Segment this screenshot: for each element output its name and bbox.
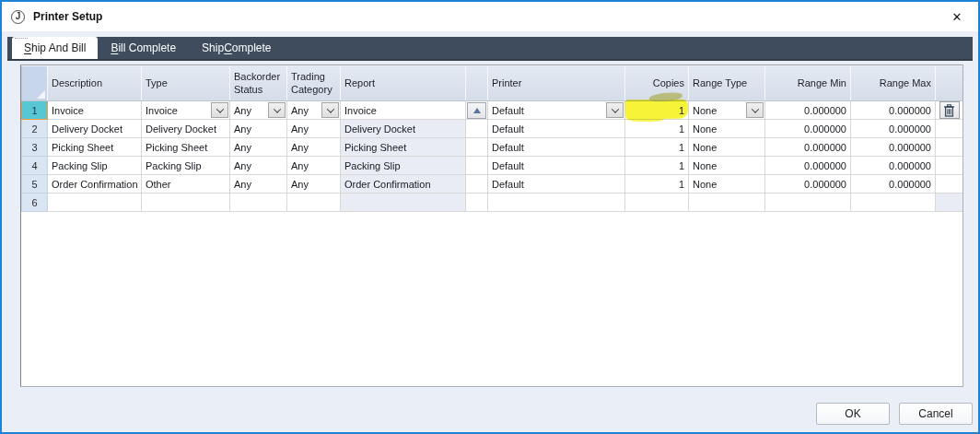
- cell-report[interactable]: Picking Sheet: [341, 138, 466, 157]
- cell-type[interactable]: Delivery Docket: [142, 120, 230, 138]
- col-header-range-max[interactable]: Range Max: [851, 66, 936, 101]
- cell-printer[interactable]: Default: [488, 157, 625, 175]
- cell-printer[interactable]: [488, 194, 625, 212]
- cell-description[interactable]: Order Confirmation: [48, 175, 142, 194]
- col-header-range-min[interactable]: Range Min: [765, 66, 851, 101]
- cell-type[interactable]: Picking Sheet: [142, 138, 230, 157]
- cell-range-type[interactable]: None: [689, 101, 765, 120]
- cell-trading-category[interactable]: [287, 194, 341, 212]
- cell-printer-value: Default: [492, 105, 524, 116]
- cell-range-type[interactable]: None: [689, 120, 765, 138]
- cell-printer[interactable]: Default: [488, 138, 625, 157]
- cell-type[interactable]: Other: [142, 175, 230, 194]
- chevron-down-icon[interactable]: [211, 102, 228, 118]
- col-header-printer[interactable]: Printer: [488, 66, 625, 101]
- cell-backorder-status[interactable]: Any: [230, 157, 287, 175]
- table-row: 4 Packing Slip Packing Slip Any Any Pack…: [22, 157, 963, 175]
- table-row: 1 Invoice Invoice Any Any Invoice Defaul…: [22, 101, 963, 120]
- select-all-header[interactable]: [22, 66, 48, 101]
- cell-description[interactable]: Packing Slip: [48, 157, 142, 175]
- cell-type[interactable]: Packing Slip: [142, 157, 230, 175]
- cell-range-max[interactable]: 0.000000: [851, 138, 936, 157]
- cell-trading-value: Any: [291, 105, 309, 116]
- cell-range-type[interactable]: None: [689, 157, 765, 175]
- cell-type[interactable]: [142, 194, 230, 212]
- cell-type[interactable]: Invoice: [142, 101, 230, 120]
- row-number[interactable]: 1: [22, 101, 48, 120]
- cell-range-type-value: None: [693, 105, 717, 116]
- cell-printer[interactable]: Default: [488, 175, 625, 194]
- cell-copies[interactable]: 1: [625, 138, 689, 157]
- cell-range-max[interactable]: 0.000000: [851, 175, 936, 194]
- header-row: Description Type Backorder Status Tradin…: [22, 66, 963, 101]
- cell-report[interactable]: [341, 194, 466, 212]
- cell-range-min[interactable]: 0.000000: [765, 138, 851, 157]
- ok-button[interactable]: OK: [816, 403, 890, 425]
- cell-backorder-status[interactable]: Any: [230, 101, 287, 120]
- cell-range-min[interactable]: 0.000000: [765, 157, 851, 175]
- cell-printer[interactable]: Default: [488, 101, 625, 120]
- cell-range-min[interactable]: 0.000000: [765, 120, 851, 138]
- report-picker-button[interactable]: [467, 102, 486, 119]
- chevron-down-icon[interactable]: [746, 102, 764, 118]
- col-header-type[interactable]: Type: [142, 66, 230, 101]
- cell-backorder-status[interactable]: [230, 194, 287, 212]
- cell-description[interactable]: Picking Sheet: [48, 138, 142, 157]
- cell-range-type[interactable]: None: [689, 138, 765, 157]
- col-header-range-type[interactable]: Range Type: [689, 66, 765, 101]
- cell-trading-category[interactable]: Any: [287, 157, 341, 175]
- cell-range-max[interactable]: 0.000000: [851, 101, 936, 120]
- cell-trading-category[interactable]: Any: [287, 101, 341, 120]
- row-number[interactable]: 6: [22, 194, 48, 212]
- cell-copies[interactable]: 1: [625, 120, 689, 138]
- cell-trading-category[interactable]: Any: [287, 175, 341, 194]
- delete-row-button[interactable]: [939, 101, 960, 119]
- close-icon[interactable]: ✕: [947, 7, 967, 26]
- cell-backorder-status[interactable]: Any: [230, 175, 287, 194]
- chevron-down-icon[interactable]: [268, 102, 286, 118]
- cell-report[interactable]: Delivery Docket: [341, 120, 466, 138]
- cell-range-min[interactable]: 0.000000: [765, 175, 851, 194]
- cell-range-min[interactable]: 0.000000: [765, 101, 851, 120]
- col-header-trading-category[interactable]: Trading Category: [287, 66, 341, 101]
- cell-description[interactable]: [48, 194, 142, 212]
- cell-backorder-status[interactable]: Any: [230, 138, 287, 157]
- cell-report-selector: [466, 138, 488, 157]
- cell-trading-category[interactable]: Any: [287, 120, 341, 138]
- cancel-button[interactable]: Cancel: [899, 403, 973, 425]
- cell-range-max[interactable]: 0.000000: [851, 120, 936, 138]
- cell-range-max[interactable]: [851, 194, 936, 212]
- cell-range-min[interactable]: [765, 194, 851, 212]
- cell-report[interactable]: Packing Slip: [341, 157, 466, 175]
- row-number[interactable]: 2: [22, 120, 48, 138]
- cell-range-type[interactable]: [689, 194, 765, 212]
- cell-copies[interactable]: 1: [625, 175, 689, 194]
- row-number[interactable]: 4: [22, 157, 48, 175]
- cell-report[interactable]: Invoice: [341, 101, 466, 120]
- tab-ship-and-bill[interactable]: Ship And Bill: [12, 37, 98, 59]
- cell-printer[interactable]: Default: [488, 120, 625, 138]
- cell-backorder-status[interactable]: Any: [230, 120, 287, 138]
- chevron-down-icon[interactable]: [321, 102, 339, 118]
- chevron-down-icon[interactable]: [606, 102, 624, 118]
- cell-description[interactable]: Delivery Docket: [48, 120, 142, 138]
- cell-range-type[interactable]: None: [689, 175, 765, 194]
- cell-report[interactable]: Order Confirmation: [341, 175, 466, 194]
- col-header-report[interactable]: Report: [341, 66, 466, 101]
- tab-bill-complete[interactable]: Bill Complete: [98, 37, 189, 59]
- col-header-copies[interactable]: Copies: [625, 66, 689, 101]
- cell-report-selector: [466, 157, 488, 175]
- cell-copies[interactable]: [625, 194, 689, 212]
- cell-copies[interactable]: 1: [625, 157, 689, 175]
- title-bar[interactable]: J Printer Setup ✕: [2, 2, 978, 31]
- cell-range-max[interactable]: 0.000000: [851, 157, 936, 175]
- cell-copies[interactable]: 1: [625, 101, 689, 120]
- col-header-description[interactable]: Description: [48, 66, 142, 101]
- cell-description[interactable]: Invoice: [48, 101, 142, 120]
- row-number[interactable]: 3: [22, 138, 48, 157]
- col-header-delete: [936, 66, 963, 101]
- tab-ship-complete[interactable]: Ship Complete: [189, 37, 284, 59]
- cell-trading-category[interactable]: Any: [287, 138, 341, 157]
- col-header-backorder-status[interactable]: Backorder Status: [230, 66, 287, 101]
- row-number[interactable]: 5: [22, 175, 48, 194]
